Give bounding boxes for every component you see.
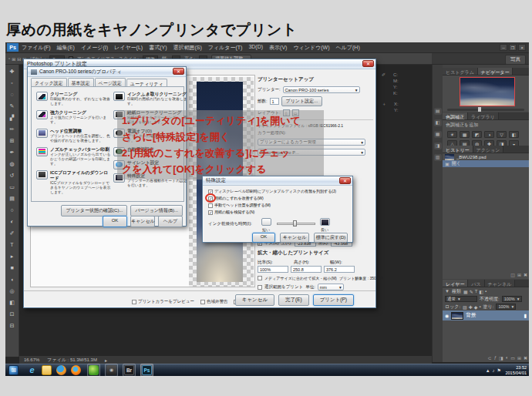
special-checkbox-row[interactable]: ✓用紙のこすれを改善する(W): [208, 195, 336, 202]
workspace-switcher[interactable]: 写真: [505, 55, 526, 65]
eraser-tool-icon[interactable]: ▭: [7, 183, 18, 190]
panel-icon[interactable]: ▪: [485, 289, 487, 294]
tab-actions[interactable]: アクション: [473, 146, 504, 153]
collapsed-panel-icon[interactable]: ▥: [434, 154, 442, 161]
ok-button[interactable]: OK: [252, 233, 275, 243]
panel-icon[interactable]: ▨: [463, 304, 467, 310]
scale-input[interactable]: 100%: [258, 266, 288, 273]
panel-icon[interactable]: ⊞: [517, 272, 521, 277]
adjustment-icon[interactable]: ◩: [472, 131, 482, 138]
adjustment-icon[interactable]: ☀: [447, 131, 457, 138]
tab-histogram[interactable]: ヒストグラム: [443, 68, 478, 75]
adjustment-icon[interactable]: ▦: [460, 131, 470, 138]
printer-dialog-titlebar[interactable]: Canon PRO-100 seriesのプロパティ ✕: [28, 67, 186, 77]
tab-adjustments[interactable]: 色調補正: [443, 112, 468, 119]
menu-item[interactable]: ファイル(F): [22, 44, 51, 52]
panel-icon[interactable]: ◫: [510, 272, 515, 277]
hand-tool-icon[interactable]: ◖: [7, 276, 18, 283]
panel-icon[interactable]: ▦: [463, 289, 468, 294]
quick-mask-mode-icon[interactable]: ⊡: [7, 310, 18, 317]
window-control-icon[interactable]: ✕: [518, 44, 526, 51]
panel-icon[interactable]: ƒ: [494, 355, 497, 361]
print-option-checkbox[interactable]: 色域外警告: [200, 299, 228, 304]
adjustment-icon[interactable]: ◑: [484, 131, 494, 138]
layer-row-background[interactable]: ◉ 背景 ▮: [443, 310, 529, 320]
lasso-tool-icon[interactable]: ◌: [7, 91, 18, 98]
ic-clean-icon[interactable]: [36, 92, 48, 101]
panel-icon[interactable]: ◐: [506, 355, 509, 361]
special-dialog-titlebar[interactable]: 特殊設定 ✕: [203, 176, 352, 186]
taskbar-clock[interactable]: 23:522015/04/01: [505, 365, 527, 376]
history-snapshot-row[interactable]: _BWU298.psd: [443, 153, 529, 160]
done-button[interactable]: 完了(E): [278, 294, 309, 306]
collapsed-panel-icon[interactable]: ▤: [434, 108, 442, 115]
menu-item[interactable]: フィルター(T): [208, 44, 243, 52]
menu-item[interactable]: イメージ(I): [81, 44, 108, 52]
ic-head-icon[interactable]: [36, 129, 48, 138]
print-option-checkbox[interactable]: プリントカラーをプレビュー: [132, 299, 194, 304]
menu-item[interactable]: ヘルプ(H): [336, 44, 360, 52]
history-brush-tool-icon[interactable]: ↺: [7, 172, 18, 179]
cancel-button[interactable]: キャンセル: [130, 216, 155, 227]
fit-media-checkbox[interactable]: [258, 276, 262, 280]
selection-mode-icon[interactable]: ▫: [8, 56, 10, 62]
collapsed-panel-icon[interactable]: ◧: [434, 119, 442, 126]
adjustment-icon[interactable]: ▽: [497, 131, 507, 138]
panel-icon[interactable]: ▲: [486, 368, 490, 373]
start-button[interactable]: ⊞: [8, 365, 19, 375]
zoom-tool-icon[interactable]: ◎: [7, 287, 18, 294]
printer-select[interactable]: Canon PRO-100 series▾: [283, 86, 360, 93]
panel-icon[interactable]: ✖: [524, 272, 527, 277]
app-icon-green[interactable]: [89, 365, 99, 375]
help-button[interactable]: ヘルプ: [158, 216, 183, 227]
ic-clean2-icon[interactable]: [36, 110, 48, 119]
ic-nozzle-icon[interactable]: [36, 147, 48, 156]
media-player-icon[interactable]: [56, 365, 66, 375]
zoom-level[interactable]: 16.67%: [24, 357, 39, 362]
menu-item[interactable]: 3D(D): [248, 44, 263, 52]
photoshop-icon[interactable]: Ps: [142, 365, 152, 375]
screen-mode-icon[interactable]: ⊟: [7, 322, 18, 329]
close-icon[interactable]: ✕: [339, 177, 351, 184]
ink-dry-slider-thumb[interactable]: [293, 220, 297, 227]
taskbar-slot[interactable]: Ps: [140, 364, 153, 377]
navigator-zoom-slider[interactable]: [447, 109, 524, 111]
status-arrow-icon[interactable]: ▸: [105, 357, 107, 363]
special-checkbox-row[interactable]: ✓ディスクレーベル印刷時にプリンタブルディスクの有無を判別する(J): [208, 188, 336, 195]
menu-item[interactable]: ウィンドウ(W): [293, 44, 329, 52]
unit-select[interactable]: mm▾: [318, 284, 344, 290]
brush-tool-icon[interactable]: ✒: [7, 149, 18, 156]
type-tool-icon[interactable]: T: [7, 241, 18, 248]
pen-tool-icon[interactable]: ✐: [7, 230, 18, 237]
gradient-tool-icon[interactable]: ▤: [7, 195, 18, 202]
panel-icon[interactable]: ⚑: [497, 367, 501, 373]
panel-icon[interactable]: ✚: [469, 304, 473, 310]
internet-explorer-icon[interactable]: e: [27, 365, 37, 375]
navigator-zoom-knob[interactable]: [478, 107, 481, 112]
taskbar-slot[interactable]: Br: [123, 364, 136, 377]
adjustment-icon[interactable]: ◧: [509, 131, 519, 138]
ok-button[interactable]: OK: [103, 216, 127, 227]
printer-status-button[interactable]: プリンター状態の確認(C)...: [61, 205, 127, 216]
menu-item[interactable]: レイヤー(L): [114, 44, 143, 52]
panel-icon[interactable]: ◆: [474, 304, 478, 310]
tab-navigator[interactable]: ナビゲーター: [478, 68, 513, 75]
collapsed-panel-icon[interactable]: ▦: [434, 131, 442, 138]
print-settings-button[interactable]: プリント設定...: [281, 96, 323, 106]
print-width-input[interactable]: 376.2: [324, 266, 355, 273]
tab-history[interactable]: ヒストリー: [443, 146, 473, 153]
clone-stamp-tool-icon[interactable]: ◍: [7, 160, 18, 167]
cancel-button[interactable]: キャンセル: [280, 233, 309, 243]
camera-app-icon[interactable]: ◉: [106, 365, 116, 375]
selection-mode-icon[interactable]: ⊟: [17, 56, 21, 62]
panel-icon[interactable]: ◨: [499, 355, 503, 361]
special-checkbox-row[interactable]: 手動でヘッド位置を調整する(M): [208, 202, 336, 209]
tab-layers[interactable]: レイヤー: [443, 280, 468, 287]
opacity-value[interactable]: 100%▾: [502, 296, 522, 302]
window-control-icon[interactable]: ❐: [509, 44, 517, 51]
special-checkbox-row[interactable]: ✓用紙の幅を検知する(N): [208, 209, 336, 216]
ic-icc-icon[interactable]: [36, 170, 48, 180]
move-tool-icon[interactable]: ✚: [7, 68, 18, 75]
bridge-icon[interactable]: Br: [124, 365, 134, 375]
menu-item[interactable]: 編集(E): [57, 44, 75, 52]
